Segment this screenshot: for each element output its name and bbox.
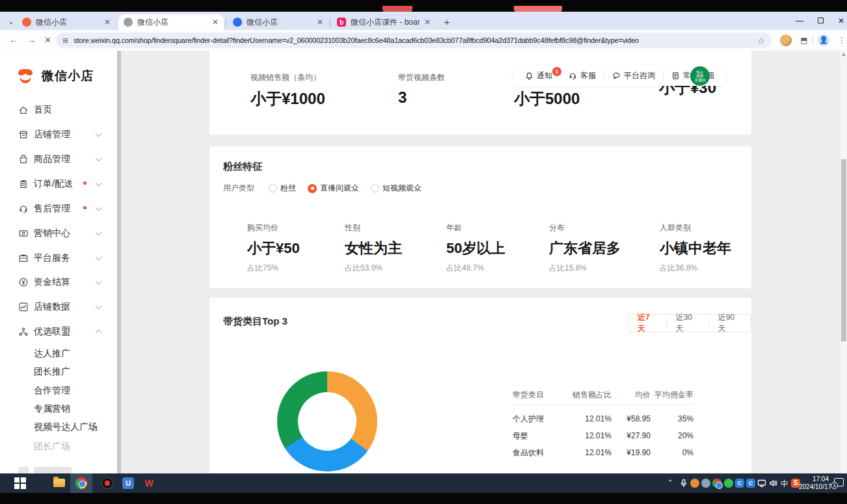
page-scrollbar[interactable] <box>840 51 847 473</box>
live-promo-badge[interactable]: 找小 商家 直播间 <box>690 66 710 86</box>
headset-icon <box>569 72 577 80</box>
filter-7d[interactable]: 近7天 <box>628 312 666 334</box>
chrome-tray-icon[interactable] <box>712 479 721 488</box>
ime-indicator[interactable]: 中 <box>781 479 788 490</box>
notification-dot <box>83 181 87 185</box>
cell: ¥19.90 <box>612 448 651 457</box>
col-header: 平均佣金率 <box>651 390 693 401</box>
chevron-up-icon <box>96 330 102 336</box>
tab-search-button[interactable]: ⌄ <box>5 16 17 28</box>
address-bar[interactable]: ⊞ store.weixin.qq.com/shop/findersquare/… <box>56 33 772 48</box>
platform-consult-button[interactable]: 平台咨询 <box>604 70 663 81</box>
customer-service-button[interactable]: 客服 <box>561 70 604 81</box>
radio-option-video-viewers[interactable]: 短视频观众 <box>371 183 422 194</box>
profile-avatar[interactable]: 👤 <box>818 34 829 46</box>
notifications-button[interactable]: 通知 5 <box>517 70 560 81</box>
tab-3[interactable]: 微信小店 ✕ <box>228 14 329 30</box>
start-button-icon[interactable] <box>14 477 26 489</box>
sidebar-item-shop-management[interactable]: 店铺管理 <box>0 127 117 142</box>
sidebar-scrollbar[interactable] <box>117 51 121 473</box>
microphone-icon[interactable] <box>679 479 688 488</box>
tray-app-grey-icon[interactable] <box>701 479 710 488</box>
radio-option-live-viewers[interactable]: 直播间观众 <box>308 183 359 194</box>
chrome-icon[interactable] <box>75 477 87 489</box>
scrollbar-up-arrow[interactable] <box>842 53 846 56</box>
tab-close-icon[interactable]: ✕ <box>104 18 111 26</box>
site-info-icon[interactable]: ⊞ <box>62 36 68 45</box>
browser-menu-icon[interactable]: ⋮ <box>836 34 847 46</box>
sidebar-item-preferred-alliance[interactable]: 优选联盟 <box>0 324 117 339</box>
display-icon[interactable] <box>757 479 766 488</box>
sidebar-subitem-exclusive-marketing[interactable]: 专属营销 <box>34 403 70 415</box>
table-row: 食品饮料 12.01% ¥19.90 0% <box>513 444 693 461</box>
briefcase-icon <box>18 252 29 264</box>
back-icon[interactable]: ← <box>9 35 18 45</box>
tab-4[interactable]: b 微信小店课件 - boardmix ✕ <box>332 14 436 30</box>
sidebar-item-orders-delivery[interactable]: 订单/配送 <box>0 176 117 192</box>
screen-recorder-icon[interactable] <box>101 477 113 489</box>
boardmix-favicon: b <box>337 18 346 27</box>
file-explorer-icon[interactable] <box>53 479 65 487</box>
stat-label: 分布 <box>549 222 621 233</box>
action-center-icon[interactable]: 3 <box>834 478 844 486</box>
tray-app-c1-icon[interactable]: C <box>735 479 744 488</box>
sidebar-item-label: 营销中心 <box>34 228 70 239</box>
sidebar-item-partial <box>34 467 72 473</box>
chevron-down-icon <box>96 278 102 285</box>
taskbar-clock[interactable]: 17:04 2024/10/17 <box>799 475 829 491</box>
storefront-icon <box>18 129 29 140</box>
filter-30d[interactable]: 近30天 <box>667 312 708 334</box>
scrollbar-thumb[interactable] <box>841 159 846 341</box>
radio-icon[interactable] <box>371 184 379 192</box>
sidebar-subitem-leader-promo[interactable]: 团长推广 <box>34 366 70 378</box>
sidebar-subitem-leader-plaza[interactable]: 团长广场 <box>34 441 70 453</box>
filter-90d[interactable]: 近90天 <box>709 312 751 334</box>
radio-selected-icon[interactable] <box>308 184 317 193</box>
sidebar-subitem-talent-promo[interactable]: 达人推广 <box>34 348 70 360</box>
forward-icon[interactable]: → <box>27 35 36 45</box>
sidebar-item-home[interactable]: 首页 <box>0 102 117 118</box>
radio-icon[interactable] <box>269 184 277 192</box>
cell: 12.01% <box>558 431 612 440</box>
clock-time: 17:04 <box>799 475 829 483</box>
sidebar-subitem-finder-talent-plaza[interactable]: 视频号达人广场 <box>34 421 98 433</box>
bookmark-star-icon[interactable]: ☆ <box>757 36 765 46</box>
tray-app-orange-icon[interactable] <box>690 479 699 488</box>
sidebar-item-shop-data[interactable]: 店铺数据 <box>0 299 117 315</box>
wechat-tray-icon[interactable] <box>724 479 733 488</box>
sidebar-item-after-sales[interactable]: 售后管理 <box>0 201 117 217</box>
tab-close-icon[interactable]: ✕ <box>424 18 431 26</box>
wps-icon[interactable]: W <box>143 477 155 489</box>
stop-loading-icon[interactable]: ✕ <box>44 35 51 45</box>
tab-title: 微信小店课件 - boardmix <box>351 17 420 28</box>
windows-taskbar: U W ⌃ C C 中 S 17:04 2024/10/17 3 <box>0 473 847 493</box>
tray-app-c2-icon[interactable]: C <box>746 479 755 488</box>
extensions-puzzle-icon[interactable]: ⬒ <box>798 34 810 46</box>
chrome-taskbar-highlight[interactable] <box>70 473 92 493</box>
window-restore-button[interactable] <box>813 14 827 27</box>
url-text[interactable]: store.weixin.qq.com/shop/findersquare/fi… <box>74 36 737 44</box>
stat-value: 小于¥50 <box>247 239 300 258</box>
window-minimize-button[interactable]: — <box>792 14 807 27</box>
window-close-button[interactable]: ✕ <box>834 14 847 27</box>
tab-separator <box>330 18 330 27</box>
sidebar-item-marketing-center[interactable]: 营销中心 <box>0 226 117 241</box>
tab-close-icon[interactable]: ✕ <box>317 18 323 26</box>
radio-label: 粉丝 <box>280 183 296 194</box>
site-favicon <box>233 18 242 27</box>
u-app-icon[interactable]: U <box>122 477 134 489</box>
stat-share: 占比36.8% <box>660 263 731 274</box>
tab-close-icon[interactable]: ✕ <box>212 18 219 26</box>
tab-2-active[interactable]: 微信小店 ✕ <box>118 14 224 30</box>
sidebar-subitem-cooperation[interactable]: 合作管理 <box>34 385 70 397</box>
stat-video-sales: 视频销售额（条均） 小于¥1000 <box>250 72 325 109</box>
tab-1[interactable]: 微信小店 ✕ <box>17 14 116 30</box>
new-tab-button[interactable]: + <box>441 16 453 28</box>
radio-option-fans[interactable]: 粉丝 <box>269 183 296 194</box>
sidebar-item-platform-services[interactable]: 平台服务 <box>0 250 117 266</box>
sidebar-item-product-management[interactable]: 商品管理 <box>0 152 117 167</box>
tray-expand-icon[interactable]: ⌃ <box>667 479 673 486</box>
sidebar-item-funds-settlement[interactable]: 资金结算 <box>0 274 117 290</box>
volume-icon[interactable] <box>769 479 778 488</box>
extension-cookie-icon[interactable] <box>780 34 792 46</box>
